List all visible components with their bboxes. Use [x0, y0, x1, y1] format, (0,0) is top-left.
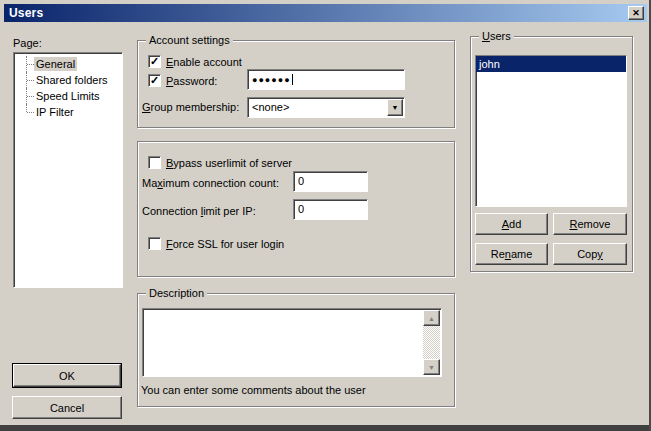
label-mnemonic: G [142, 101, 151, 113]
password-value: ●●●●●● [252, 75, 291, 85]
label-text: ypass userlimit of server [173, 157, 292, 169]
window-title: Users [9, 6, 43, 20]
tree-item-shared-folders[interactable]: Shared folders [14, 72, 122, 88]
tree-item-general[interactable]: General [14, 56, 122, 72]
remove-button-label: Remove [570, 218, 611, 230]
close-icon: ✕ [632, 9, 640, 18]
add-user-button[interactable]: Add [475, 213, 548, 235]
label-text: emove [577, 218, 610, 230]
max-connection-label: Maximum connection count: [142, 177, 279, 189]
label-text: Ma [142, 177, 157, 189]
password-checkbox[interactable]: ✓ [148, 74, 161, 87]
users-dialog: Users ✕ Page: General Shared folders Spe… [0, 0, 651, 431]
label-mnemonic: y [597, 248, 603, 260]
group-membership-label: Group membership: [142, 101, 239, 113]
group-membership-value: <none> [252, 101, 289, 113]
dropdown-button[interactable]: ▼ [387, 99, 403, 116]
label-text: nable account [173, 56, 242, 68]
tree-item-label: Speed Limits [34, 89, 102, 103]
force-ssl-label: Force SSL for user login [166, 238, 284, 250]
description-title: Description [146, 287, 207, 299]
enable-account-checkbox[interactable]: ✓ [148, 55, 161, 68]
close-button[interactable]: ✕ [628, 6, 644, 20]
enable-account-label: Enable account [166, 56, 242, 68]
ok-button-label: OK [59, 370, 75, 382]
label-text: Re [491, 248, 505, 260]
users-group-title: Users [479, 30, 514, 42]
page-tree[interactable]: General Shared folders Speed Limits IP F… [13, 52, 123, 288]
label-text: Connection [142, 205, 201, 217]
bypass-userlimit-label: Bypass userlimit of server [166, 157, 292, 169]
max-connection-value: 0 [298, 175, 304, 187]
ok-button[interactable]: OK [13, 364, 121, 387]
password-input[interactable]: ●●●●●● [247, 69, 405, 90]
force-ssl-checkbox[interactable] [148, 237, 161, 250]
copy-user-button[interactable]: Copy [553, 243, 627, 265]
label-mnemonic: U [482, 30, 490, 42]
user-name: john [479, 58, 500, 70]
label-text: dd [509, 218, 521, 230]
label-text: assword: [173, 75, 217, 87]
connection-per-ip-value: 0 [298, 203, 304, 215]
tree-item-speed-limits[interactable]: Speed Limits [14, 88, 122, 104]
text-caret [292, 74, 293, 85]
account-settings-title: Account settings [146, 34, 233, 46]
titlebar[interactable]: Users [4, 4, 647, 22]
label-text: ame [511, 248, 532, 260]
label-mnemonic: A [502, 218, 509, 230]
checkmark-icon: ✓ [150, 75, 159, 86]
tree-connector [20, 72, 34, 88]
label-text: Cop [577, 248, 597, 260]
group-membership-select[interactable]: <none> ▼ [247, 97, 405, 118]
rename-button-label: Rename [491, 248, 533, 260]
arrow-down-icon: ▼ [428, 364, 435, 371]
user-list-item[interactable]: john [476, 56, 626, 72]
checkmark-icon: ✓ [150, 56, 159, 67]
tree-connector [20, 88, 34, 104]
label-text: roup membership: [151, 101, 240, 113]
rename-user-button[interactable]: Rename [475, 243, 548, 265]
tree-item-ip-filter[interactable]: IP Filter [14, 104, 122, 120]
page-label: Page: [13, 37, 42, 49]
connection-per-ip-input[interactable]: 0 [293, 199, 368, 220]
tree-item-label: Shared folders [34, 73, 110, 87]
label-text: imum connection count: [163, 177, 279, 189]
tree-item-label: General [34, 57, 77, 71]
cancel-button-label: Cancel [50, 402, 84, 414]
users-listbox[interactable]: john [475, 55, 627, 207]
max-connection-input[interactable]: 0 [293, 171, 368, 192]
label-mnemonic: F [166, 238, 173, 250]
copy-button-label: Copy [577, 248, 603, 260]
label-text: sers [490, 30, 511, 42]
tree-item-label: IP Filter [34, 105, 76, 119]
scroll-up-button[interactable]: ▲ [423, 310, 440, 326]
description-scrollbar[interactable]: ▲ ▼ [423, 310, 440, 375]
cancel-button[interactable]: Cancel [12, 396, 122, 419]
connection-per-ip-label: Connection limit per IP: [142, 205, 256, 217]
description-hint: You can enter some comments about the us… [141, 384, 366, 396]
tree-connector [20, 56, 34, 72]
add-button-label: Add [502, 218, 522, 230]
tree-connector [20, 104, 34, 120]
bypass-userlimit-checkbox[interactable] [148, 156, 161, 169]
label-text: orce SSL for user login [173, 238, 284, 250]
label-text: imit per IP: [203, 205, 256, 217]
remove-user-button[interactable]: Remove [553, 213, 627, 235]
password-label: Password: [166, 75, 217, 87]
arrow-up-icon: ▲ [428, 315, 435, 322]
scroll-down-button[interactable]: ▼ [423, 359, 440, 375]
chevron-down-icon: ▼ [392, 104, 399, 111]
description-textarea[interactable]: ▲ ▼ [142, 308, 442, 377]
